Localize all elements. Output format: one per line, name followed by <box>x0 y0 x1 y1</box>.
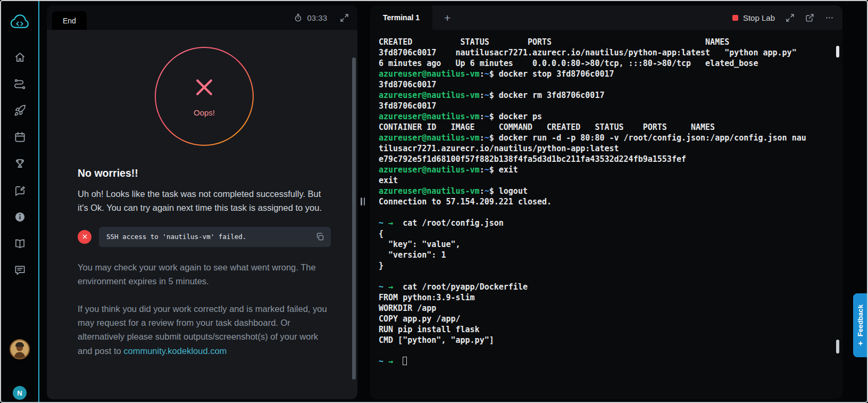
x-mark-icon <box>193 76 216 101</box>
result-heading: No worries!! <box>78 167 331 179</box>
task-panel-scrollbar-thumb[interactable] <box>352 57 356 380</box>
expand-task-panel-button[interactable] <box>340 13 349 22</box>
sidebar-item-learning-path[interactable] <box>9 72 31 95</box>
terminal-scrollbar-cap[interactable] <box>836 46 839 57</box>
app-window: N End 03:33 <box>0 0 868 403</box>
terminal-line: ~ → cat /root/config.json <box>379 218 829 228</box>
terminal-line: CONTAINER ID IMAGE COMMAND CREATED STATU… <box>379 122 829 133</box>
avatar-image <box>11 340 29 358</box>
terminal-line: ~ → <box>379 356 829 367</box>
terminal-scrollbar[interactable] <box>836 30 840 397</box>
sidebar-item-info[interactable] <box>9 205 31 228</box>
panel-resize-handle[interactable] <box>358 0 367 403</box>
sidebar-item-calendar[interactable] <box>9 126 31 148</box>
info-icon <box>14 211 26 223</box>
tab-end[interactable]: End <box>52 11 87 30</box>
terminal-line: } <box>379 260 829 271</box>
error-message-text: SSH access to 'nautilus-vm' failed. <box>106 233 246 241</box>
copy-button[interactable] <box>315 232 324 241</box>
terminal-line: 3fd8706c0017 nautilusacr7271.azurecr.io/… <box>379 47 829 58</box>
terminal-line: tilusacr7271.azurecr.io/nautilus/python-… <box>379 143 829 154</box>
sidebar-item-achievements[interactable] <box>9 152 31 175</box>
more-options-button[interactable] <box>825 13 834 22</box>
n-badge[interactable]: N <box>13 386 27 400</box>
kodekloud-cloud-icon <box>9 12 31 34</box>
terminal-line <box>379 207 829 218</box>
terminal-line: Connection to 57.154.209.221 closed. <box>379 196 829 207</box>
terminal-line: exit <box>379 175 829 186</box>
sidebar-nav <box>9 46 31 281</box>
new-terminal-button[interactable]: + <box>444 12 450 23</box>
terminal-line: CREATED STATUS PORTS NAMES <box>379 37 829 47</box>
terminal-line: "key": "value", <box>379 239 829 250</box>
terminal-line: ~ → cat /root/pyapp/Dockerfile <box>379 282 829 292</box>
terminal-line: "version": 1 <box>379 250 829 260</box>
maximize-icon <box>786 13 795 22</box>
feedback-button[interactable]: Feedback <box>853 293 867 357</box>
terminal-lines: CREATED STATUS PORTS NAMES3fd8706c0017 n… <box>379 37 829 367</box>
book-icon <box>14 237 26 250</box>
error-message-box: SSH access to 'nautilus-vm' failed. <box>99 227 331 247</box>
maximize-icon <box>340 13 349 22</box>
open-external-button[interactable] <box>805 13 814 22</box>
learning-path-icon <box>14 78 26 90</box>
feedback-icon <box>14 184 26 196</box>
sidebar-item-library[interactable] <box>9 232 31 254</box>
terminal-line: 6 minutes ago Up 6 minutes 0.0.0.0:80->8… <box>379 58 829 69</box>
terminal-line: e79c792e5f1d68100f57f882b138f4fa5d3d1bc2… <box>379 154 829 165</box>
stopwatch-icon <box>294 13 303 22</box>
terminal-line: azureuser@nautilus-vm:~$ logout <box>379 186 829 196</box>
terminal-line <box>379 346 829 356</box>
result-message: Uh oh! Looks like the task was not compl… <box>78 187 329 215</box>
terminal-line: RUN pip install flask <box>379 324 829 335</box>
session-timer-value: 03:33 <box>307 13 327 22</box>
note-review: If you think you did your work correctly… <box>78 302 329 358</box>
terminal-line: { <box>379 228 829 239</box>
sidebar-item-chat[interactable] <box>9 259 31 281</box>
calendar-icon <box>14 131 26 143</box>
terminal-line: 3fd8706c0017 <box>379 79 829 90</box>
expand-terminal-button[interactable] <box>786 13 795 22</box>
task-panel-header: End 03:33 <box>47 5 357 30</box>
sidebar-accent-divider <box>38 1 39 402</box>
rocket-icon <box>14 104 26 117</box>
tab-terminal-1[interactable]: Terminal 1 <box>370 5 432 30</box>
kodekloud-logo[interactable] <box>9 12 31 34</box>
ellipsis-icon <box>825 13 834 22</box>
task-panel-scrollbar[interactable] <box>352 57 356 393</box>
terminal-line <box>379 271 829 282</box>
task-result-content: Oops! No worries!! Uh oh! Looks like the… <box>47 30 357 399</box>
terminal-line: FROM python:3.9-slim <box>379 292 829 303</box>
note-check-work: You may check your work again to see wha… <box>78 260 329 289</box>
terminal-line: azureuser@nautilus-vm:~$ docker rm 3fd87… <box>379 90 829 101</box>
terminal-line: azureuser@nautilus-vm:~$ docker stop 3fd… <box>379 69 829 79</box>
stop-square-icon <box>732 15 738 21</box>
copy-icon <box>315 232 324 241</box>
terminal-line: WORKDIR /app <box>379 303 829 314</box>
terminal-line: azureuser@nautilus-vm:~$ docker run -d -… <box>379 133 829 143</box>
terminal-scrollbar-thumb[interactable] <box>836 340 839 353</box>
community-link[interactable]: community.kodekloud.com <box>123 346 227 356</box>
stop-lab-button[interactable]: Stop Lab <box>732 13 775 22</box>
stop-lab-label: Stop Lab <box>743 13 775 22</box>
error-row: SSH access to 'nautilus-vm' failed. <box>78 227 331 247</box>
trophy-icon <box>14 158 26 170</box>
sidebar-item-feedback[interactable] <box>9 179 31 201</box>
terminal-panel: Terminal 1 + Stop Lab <box>370 5 842 399</box>
chat-icon <box>14 264 26 276</box>
sidebar: N <box>1 1 38 402</box>
external-link-icon <box>805 13 814 22</box>
terminal-line: COPY app.py /app/ <box>379 314 829 324</box>
sidebar-item-playground[interactable] <box>9 99 31 121</box>
terminal-line: azureuser@nautilus-vm:~$ exit <box>379 165 829 175</box>
terminal-line: CMD ["python", "app.py"] <box>379 335 829 346</box>
task-panel: End 03:33 Oops! <box>47 5 357 399</box>
failure-caption: Oops! <box>194 108 215 117</box>
sidebar-item-home[interactable] <box>9 46 31 68</box>
terminal-output[interactable]: CREATED STATUS PORTS NAMES3fd8706c0017 n… <box>370 30 842 399</box>
terminal-cursor <box>403 357 407 365</box>
resize-handle-bar <box>364 198 365 205</box>
user-avatar[interactable] <box>10 339 30 359</box>
failure-circle: Oops! <box>155 47 254 146</box>
resize-handle-bar <box>361 198 362 205</box>
